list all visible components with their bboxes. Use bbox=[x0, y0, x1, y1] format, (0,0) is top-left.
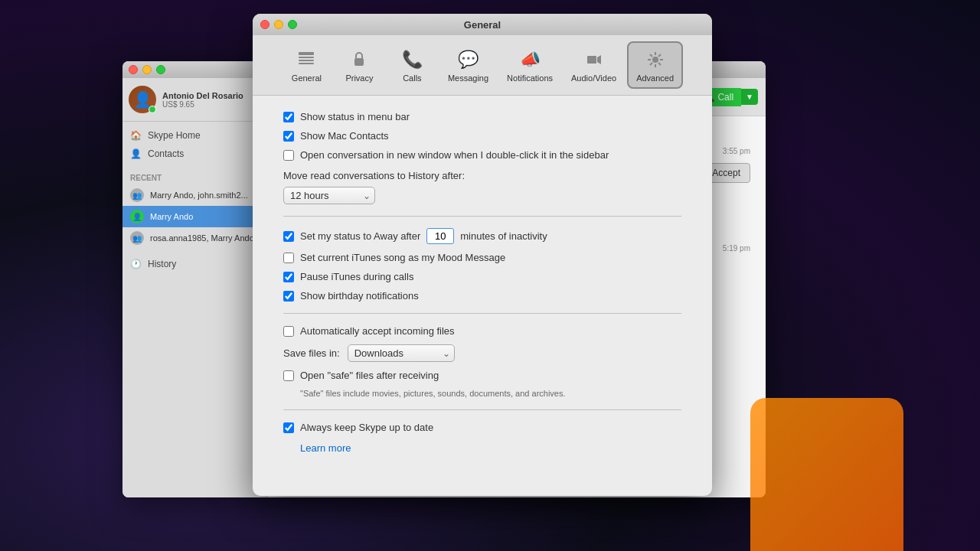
skype-minimize-button[interactable] bbox=[142, 65, 152, 74]
svg-marker-6 bbox=[597, 55, 601, 64]
svg-line-13 bbox=[658, 63, 661, 65]
away-minutes-input[interactable]: 10 bbox=[426, 228, 454, 244]
safe-files-description: "Safe" files include movies, pictures, s… bbox=[300, 389, 681, 398]
auto-accept-checkbox[interactable] bbox=[283, 326, 294, 337]
sidebar-history-label: History bbox=[148, 259, 176, 269]
tab-notifications[interactable]: 📣 Notifications bbox=[499, 43, 560, 87]
show-birthday-row: Show birthday notifications bbox=[283, 290, 681, 302]
keep-updated-checkbox[interactable] bbox=[283, 422, 294, 433]
learn-more-link[interactable]: Learn more bbox=[300, 442, 351, 454]
open-safe-files-label: Open "safe" files after receiving bbox=[300, 370, 439, 381]
contact-icon-group1: 👥 bbox=[130, 188, 144, 202]
recent-section-label: RECENT bbox=[122, 168, 267, 184]
pause-itunes-row: Pause iTunes during calls bbox=[283, 271, 681, 282]
tab-privacy[interactable]: Privacy bbox=[335, 43, 384, 87]
show-birthday-checkbox[interactable] bbox=[283, 291, 294, 302]
contact-item-marry[interactable]: 👤 Marry Ando bbox=[122, 206, 267, 227]
sidebar-item-history[interactable]: 🕐 History bbox=[122, 255, 267, 273]
svg-line-12 bbox=[650, 54, 652, 57]
svg-rect-2 bbox=[299, 60, 314, 61]
svg-rect-3 bbox=[299, 63, 314, 64]
divider-2 bbox=[283, 313, 681, 314]
show-status-checkbox[interactable] bbox=[283, 112, 294, 122]
dialog-minimize-button[interactable] bbox=[274, 20, 283, 29]
svg-rect-5 bbox=[587, 56, 596, 64]
auto-accept-row: Automatically accept incoming files bbox=[283, 325, 681, 337]
svg-point-7 bbox=[652, 57, 658, 63]
messaging-icon: 💬 bbox=[456, 47, 481, 72]
pause-itunes-checkbox[interactable] bbox=[283, 272, 294, 282]
contacts-icon: 👤 bbox=[130, 148, 142, 159]
audiovideo-icon bbox=[582, 47, 606, 72]
dialog-titlebar: General bbox=[253, 14, 712, 35]
save-files-dropdown[interactable]: Downloads Desktop Documents Other... bbox=[348, 344, 455, 362]
sidebar-nav: 🏠 Skype Home 👤 Contacts bbox=[122, 122, 267, 168]
open-conversation-checkbox[interactable] bbox=[283, 150, 294, 161]
contact-name-marry: Marry Ando bbox=[150, 212, 193, 221]
divider-1 bbox=[283, 216, 681, 217]
away-suffix: minutes of inactivity bbox=[460, 230, 547, 242]
general-icon bbox=[294, 47, 318, 72]
auto-accept-label: Automatically accept incoming files bbox=[300, 325, 455, 337]
desktop: Antonio Del Rosario US$ 9.65 🏠 Skype Hom… bbox=[0, 0, 980, 551]
sidebar-item-home[interactable]: 🏠 Skype Home bbox=[122, 126, 267, 145]
dialog-title: General bbox=[464, 19, 501, 31]
contact-icon-group2: 👥 bbox=[130, 231, 144, 245]
tab-audiovideo-label: Audio/Video bbox=[571, 73, 616, 83]
skype-sidebar: Antonio Del Rosario US$ 9.65 🏠 Skype Hom… bbox=[122, 78, 268, 497]
dialog-content: Show status in menu bar Show Mac Contact… bbox=[253, 96, 712, 496]
tab-calls-label: Calls bbox=[403, 73, 421, 83]
call-dropdown-button[interactable]: ▼ bbox=[741, 89, 758, 105]
privacy-icon bbox=[347, 47, 371, 72]
set-away-checkbox[interactable] bbox=[283, 231, 294, 242]
show-mac-contacts-checkbox[interactable] bbox=[283, 131, 294, 142]
dialog-maximize-button[interactable] bbox=[288, 20, 297, 29]
open-safe-files-checkbox[interactable] bbox=[283, 370, 294, 381]
tab-notifications-label: Notifications bbox=[507, 73, 553, 83]
contact-item-marry-john[interactable]: 👥 Marry Ando, john.smith2... bbox=[122, 184, 267, 206]
hours-dropdown-row: Never 1 hour 6 hours 12 hours 1 day 1 we… bbox=[283, 187, 681, 204]
pause-itunes-label: Pause iTunes during calls bbox=[300, 271, 413, 282]
tab-general[interactable]: General bbox=[282, 43, 332, 87]
sidebar-home-label: Skype Home bbox=[148, 130, 201, 141]
calls-icon: 📞 bbox=[400, 47, 424, 72]
hours-dropdown-wrap: Never 1 hour 6 hours 12 hours 1 day 1 we… bbox=[283, 187, 375, 204]
sidebar-contacts-label: Contacts bbox=[148, 148, 184, 159]
show-mac-contacts-label: Show Mac Contacts bbox=[300, 130, 389, 142]
tab-advanced[interactable]: Advanced bbox=[627, 41, 683, 89]
tab-messaging[interactable]: 💬 Messaging bbox=[440, 43, 496, 87]
user-info: Antonio Del Rosario US$ 9.65 bbox=[162, 91, 243, 109]
skype-maximize-button[interactable] bbox=[156, 65, 165, 74]
hours-dropdown[interactable]: Never 1 hour 6 hours 12 hours 1 day 1 we… bbox=[283, 187, 375, 204]
avatar-wrap bbox=[129, 86, 156, 113]
svg-line-14 bbox=[658, 54, 661, 57]
tab-privacy-label: Privacy bbox=[345, 73, 373, 83]
svg-rect-4 bbox=[354, 58, 364, 66]
tab-advanced-label: Advanced bbox=[636, 73, 674, 83]
user-balance: US$ 9.65 bbox=[162, 100, 243, 109]
general-dialog: General General bbox=[253, 14, 712, 496]
set-away-label: Set my status to Away after bbox=[300, 230, 420, 242]
svg-rect-0 bbox=[299, 52, 314, 55]
save-files-dropdown-wrap: Downloads Desktop Documents Other... bbox=[348, 344, 455, 362]
move-read-label: Move read conversations to History after… bbox=[283, 170, 465, 181]
user-name: Antonio Del Rosario bbox=[162, 91, 243, 100]
itunes-mood-label: Set current iTunes song as my Mood Messa… bbox=[300, 252, 505, 263]
history-icon: 🕐 bbox=[130, 259, 142, 269]
open-conversation-row: Open conversation in new window when I d… bbox=[283, 149, 681, 161]
skype-close-button[interactable] bbox=[129, 65, 138, 74]
show-birthday-label: Show birthday notifications bbox=[300, 290, 419, 302]
dialog-toolbar: General Privacy 📞 Calls 💬 Messaging bbox=[253, 35, 712, 96]
show-mac-contacts-row: Show Mac Contacts bbox=[283, 130, 681, 142]
contact-item-rosa-marry[interactable]: 👥 rosa.anna1985, Marry Ando bbox=[122, 227, 267, 249]
save-files-label: Save files in: bbox=[283, 347, 340, 359]
home-icon: 🏠 bbox=[130, 130, 142, 141]
user-profile: Antonio Del Rosario US$ 9.65 bbox=[122, 78, 267, 122]
sidebar-item-contacts[interactable]: 👤 Contacts bbox=[122, 145, 267, 163]
dialog-close-button[interactable] bbox=[260, 20, 270, 29]
itunes-mood-row: Set current iTunes song as my Mood Messa… bbox=[283, 252, 681, 263]
itunes-mood-checkbox[interactable] bbox=[283, 253, 294, 263]
tab-audiovideo[interactable]: Audio/Video bbox=[564, 43, 624, 87]
tab-calls[interactable]: 📞 Calls bbox=[387, 43, 437, 87]
svg-rect-1 bbox=[299, 57, 314, 58]
